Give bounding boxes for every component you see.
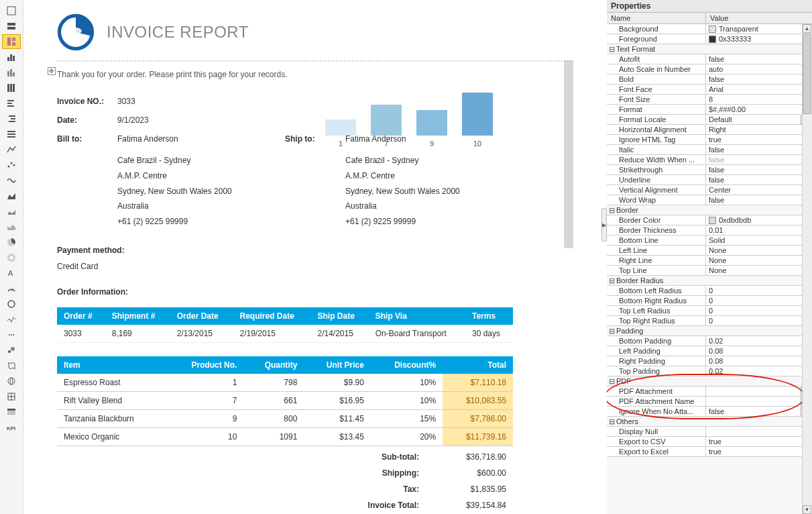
prop-row[interactable]: Foreground0x333333 [607, 34, 811, 44]
prop-row[interactable]: Word Wrapfalse [607, 195, 811, 205]
prop-row[interactable]: Format$#,###0.00 [607, 105, 811, 115]
table-row[interactable]: Espresso Roast1798$9.9010%$7,110.18 [57, 374, 513, 392]
prop-row[interactable]: Top LineNone [607, 266, 811, 276]
tool-kpi-icon[interactable]: KPI [2, 420, 21, 435]
svg-point-32 [8, 301, 15, 307]
order-table[interactable]: Order #Shipment #Order DateRequired Date… [57, 307, 513, 343]
tool-columns-icon[interactable] [2, 81, 21, 95]
svg-point-37 [11, 347, 15, 351]
tool-align-right-icon[interactable] [2, 111, 21, 126]
prop-row[interactable]: Top Right Radius0 [607, 316, 811, 326]
tool-select-icon[interactable] [2, 3, 21, 18]
table-row[interactable]: Rift Valley Blend7661$16.9510%$10,083.55 [57, 391, 513, 409]
tool-globe-icon[interactable] [2, 374, 21, 389]
tool-list-icon[interactable] [2, 127, 21, 142]
prop-row[interactable]: Left LineNone [607, 246, 811, 256]
tool-row-icon[interactable] [2, 19, 21, 34]
table-row[interactable]: Mexico Organic101091$13.4520%$11,739.16 [57, 427, 513, 446]
prop-row[interactable]: Bottom Right Radius0 [607, 296, 811, 306]
prop-row[interactable]: Strikethroughfalse [607, 165, 811, 175]
tool-wave-icon[interactable] [2, 173, 21, 188]
svg-rect-7 [10, 54, 12, 61]
tool-area3-icon[interactable] [2, 219, 21, 234]
tool-table-icon[interactable] [2, 405, 21, 419]
col-name-header[interactable]: Name [607, 13, 706, 23]
prop-row[interactable]: Top Left Radius0 [607, 306, 811, 316]
prop-row[interactable]: Border Color0xdbdbdb [607, 215, 811, 225]
prop-row[interactable]: Boldfalse [607, 74, 811, 85]
prop-row[interactable]: Ignore HTML Tagtrue [607, 135, 811, 145]
tool-gauge-icon[interactable] [2, 281, 21, 296]
tool-area-icon[interactable] [2, 189, 21, 203]
tool-grid-icon[interactable] [2, 389, 21, 404]
tool-sparkline-icon[interactable] [2, 312, 21, 327]
prop-group[interactable]: ⊟PDF [607, 376, 811, 387]
tool-align-left-icon[interactable] [2, 96, 21, 111]
svg-rect-13 [10, 84, 12, 92]
prop-row[interactable]: Left Padding0.08 [607, 346, 811, 356]
prop-row[interactable]: Right LineNone [607, 256, 811, 266]
report-canvas[interactable]: INVOICE REPORT ✥ Thank you for your orde… [23, 0, 607, 514]
prop-row[interactable]: PDF Attachmentfx [607, 387, 811, 397]
prop-row[interactable]: Bottom Left Radius0 [607, 286, 811, 296]
tax-label: Tax: [403, 484, 419, 494]
panel-collapse-handle[interactable]: ▶ [601, 208, 607, 242]
tool-layout-icon[interactable] [2, 34, 21, 49]
scroll-up-icon[interactable]: ▲ [803, 24, 811, 33]
item-table[interactable]: ItemProduct No.QuantityUnit PriceDiscoun… [57, 356, 513, 446]
prop-row[interactable]: Export to Exceltrue [607, 447, 811, 457]
prop-group[interactable]: ⊟Others [607, 417, 811, 427]
prop-row[interactable]: Italicfalse [607, 145, 811, 155]
prop-group[interactable]: ⊟Border Radius [607, 276, 811, 286]
scroll-down-icon[interactable]: ▼ [803, 505, 811, 514]
prop-row[interactable]: Horizontal AlignmentRight [607, 125, 811, 135]
tax-value: $1,835.95 [446, 484, 506, 494]
move-handle-icon[interactable]: ✥ [48, 67, 56, 75]
tool-scatter-icon[interactable] [2, 158, 21, 172]
tool-text-icon[interactable]: A [2, 266, 21, 280]
prop-group[interactable]: ⊟Text Format [607, 44, 811, 54]
tool-barchart-icon[interactable] [2, 50, 21, 64]
invoice-total-value: $39,154.84 [446, 501, 506, 510]
tool-pie-icon[interactable] [2, 235, 21, 250]
tool-barchart2-icon[interactable] [2, 65, 21, 80]
prop-row[interactable]: Bottom Padding0.02 [607, 336, 811, 346]
mini-barchart[interactable]: 17910 [325, 87, 526, 148]
prop-row[interactable]: Reduce Width When ...false [607, 155, 811, 165]
prop-row[interactable]: BackgroundTransparent [607, 24, 811, 34]
prop-row[interactable]: Underlinefalse [607, 175, 811, 185]
prop-group[interactable]: ⊟Padding [607, 326, 811, 336]
prop-row[interactable]: Top Padding0.02 [607, 366, 811, 376]
tool-donut-icon[interactable] [2, 250, 21, 265]
prop-row[interactable]: Export to CSVtrue [607, 437, 811, 447]
tool-area2-icon[interactable] [2, 204, 21, 219]
svg-point-29 [9, 256, 13, 260]
scroll-thumb[interactable] [803, 34, 811, 114]
tool-line-icon[interactable] [2, 142, 21, 157]
prop-row[interactable]: Bottom LineSolid [607, 236, 811, 246]
prop-row[interactable]: Auto Scale in Numberauto [607, 64, 811, 74]
prop-group[interactable]: ⊟Border [607, 205, 811, 215]
prop-row[interactable]: Font Size8 [607, 95, 811, 105]
prop-row[interactable]: Format LocaleDefaultfx [607, 115, 811, 125]
col-value-header[interactable]: Value [706, 13, 812, 23]
tool-bubble-icon[interactable] [2, 343, 21, 358]
tool-map-icon[interactable] [2, 358, 21, 373]
prop-row[interactable]: Ignore When No Atta...falsefx [607, 407, 811, 417]
properties-body[interactable]: BackgroundTransparentForeground0x333333⊟… [607, 24, 812, 509]
svg-rect-14 [13, 84, 15, 92]
prop-row[interactable]: Font FaceArial [607, 85, 811, 95]
totals-block: Sub-total:$36,718.90 Shipping:$600.00 Ta… [57, 449, 513, 513]
canvas-scrollbar[interactable] [564, 60, 573, 248]
prop-row[interactable]: Border Thickness0.01 [607, 225, 811, 236]
tool-dots-icon[interactable] [2, 327, 21, 342]
prop-row[interactable]: Right Padding0.08 [607, 356, 811, 366]
prop-row[interactable]: PDF Attachment Namefx [607, 397, 811, 407]
prop-row[interactable]: Autofitfalse [607, 54, 811, 64]
prop-row[interactable]: Display Null [607, 427, 811, 437]
table-row[interactable]: Tanzania Blackburn9800$11.4515%$7,786.00 [57, 409, 513, 427]
tool-circle-icon[interactable] [2, 297, 21, 311]
properties-scrollbar[interactable]: ▲ ▼ [802, 24, 812, 514]
prop-row[interactable]: Vertical AlignmentCenter [607, 185, 811, 195]
svg-point-35 [13, 334, 14, 336]
